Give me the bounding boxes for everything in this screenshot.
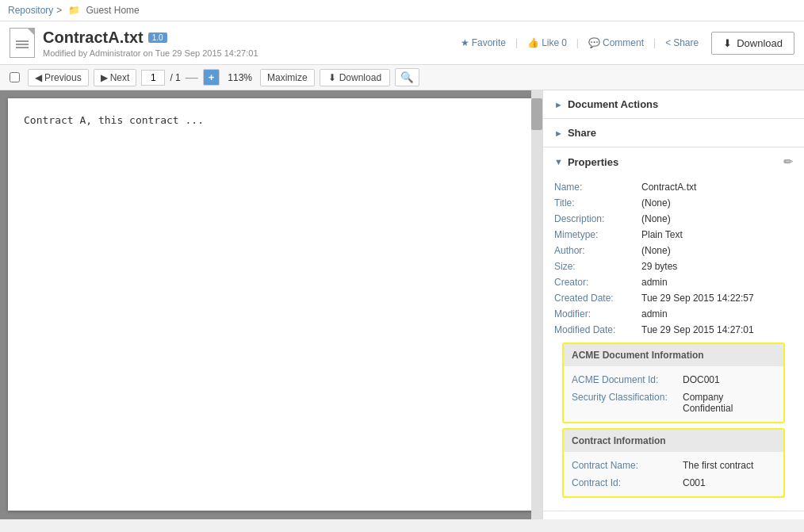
prop-size-label: Size: [554,261,641,272]
breadcrumb-folder-icon: 📁 [68,5,80,16]
share-section-label: Share [568,127,596,139]
properties-arrow: ▼ [554,157,563,166]
prop-modifier: Modifier: admin [554,306,793,322]
contract-section-body: Contract Name: The first contract Contra… [564,452,783,496]
comment-action[interactable]: 💬 Comment [588,37,644,48]
properties-section: ▼ Properties ✏ Name: ContractA.txt Title… [543,147,804,511]
prop-size-value: 29 bytes [641,261,677,272]
share-action[interactable]: < Share [665,37,699,48]
next-button[interactable]: ▶ Next [94,69,137,86]
doc-content: Contract A, this contract ... [24,114,519,126]
doc-title: ContractA.txt [43,29,144,47]
doc-actions-arrow: ► [554,100,563,109]
like-icon: 👍 [527,37,539,48]
toolbar-download-button[interactable]: ⬇ Download [320,69,390,86]
download-main-button[interactable]: ⬇ Download [711,32,794,55]
contract-id-value: C001 [683,477,706,488]
prop-author-label: Author: [554,245,641,256]
doc-actions: ★ Favorite | 👍 Like 0 | 💬 Comment | < Sh… [461,37,699,48]
acme-doc-id-row: ACME Document Id: DOC001 [572,371,775,388]
main-layout: Contract A, this contract ... ► Document… [0,90,804,519]
prop-title-label: Title: [554,197,641,209]
acme-doc-id-label: ACME Document Id: [572,374,683,385]
prop-name: Name: ContractA.txt [554,179,793,195]
contract-id-label: Contract Id: [572,477,683,488]
download-arrow-icon: ⬇ [723,37,732,49]
separator3: | [653,37,656,48]
scroll-bar[interactable] [531,90,542,519]
contract-name-label: Contract Name: [572,460,683,471]
breadcrumb-repository[interactable]: Repository [8,5,53,16]
like-count: 0 [561,37,567,48]
favorite-action[interactable]: ★ Favorite [461,37,506,48]
prop-size: Size: 29 bytes [554,258,793,274]
contract-name-value: The first contract [683,460,753,471]
breadcrumb-separator: > [56,5,62,16]
doc-version: 1.0 [148,33,167,43]
acme-doc-id-value: DOC001 [683,374,720,385]
acme-section: ACME Document Information ACME Document … [562,343,785,423]
share-arrow: ► [554,128,563,138]
separator1: | [515,37,518,48]
select-all-checkbox[interactable] [10,72,20,82]
doc-header: ContractA.txt 1.0 Modified by Administra… [0,21,804,65]
prop-mimetype: Mimetype: Plain Text [554,227,793,243]
prop-created-date-value: Tue 29 Sep 2015 14:22:57 [641,293,754,304]
share-section: ► Share [543,119,804,147]
zoom-out-button[interactable]: — [186,71,198,85]
contract-name-row: Contract Name: The first contract [572,457,775,474]
separator2: | [576,37,579,48]
prop-mimetype-label: Mimetype: [554,229,641,240]
acme-section-body: ACME Document Id: DOC001 Security Classi… [564,366,783,422]
acme-section-header: ACME Document Information [564,344,783,366]
prop-author: Author: (None) [554,243,793,258]
breadcrumb-current: Guest Home [86,5,139,16]
previous-button[interactable]: ◀ Previous [28,69,89,86]
favorite-label: Favorite [472,37,506,48]
next-label: Next [110,72,130,83]
page-input[interactable] [141,70,165,86]
prop-modified-date-label: Modified Date: [554,324,641,335]
share-label: Share [673,37,699,48]
previous-label: Previous [44,72,82,83]
prop-name-label: Name: [554,182,641,193]
prop-author-value: (None) [641,245,671,256]
document-icon [10,28,35,58]
prop-creator-label: Creator: [554,277,641,288]
doc-meta: Modified by Administrator on Tue 29 Sep … [43,48,258,58]
toolbar-download-label: Download [339,72,381,83]
comment-icon: 💬 [588,37,600,48]
properties-header[interactable]: ▼ Properties ✏ [543,147,804,176]
scroll-thumb[interactable] [531,98,542,130]
share-header[interactable]: ► Share [543,119,804,147]
prop-creator: Creator: admin [554,274,793,290]
doc-preview-inner: Contract A, this contract ... [8,98,534,511]
share-icon: < [665,37,671,48]
prop-creator-value: admin [641,277,668,288]
prop-modified-date: Modified Date: Tue 29 Sep 2015 14:27:01 [554,322,793,338]
page-total: / 1 [170,72,180,83]
doc-title-area: ContractA.txt 1.0 Modified by Administra… [43,29,258,58]
search-icon: 🔍 [400,71,414,83]
doc-preview: Contract A, this contract ... [0,90,542,519]
star-icon: ★ [461,37,469,48]
zoom-in-button[interactable]: + [203,69,220,86]
prop-mimetype-value: Plain Text [641,229,683,240]
document-actions-header[interactable]: ► Document Actions [543,90,804,118]
maximize-button[interactable]: Maximize [260,69,315,86]
acme-security-label: Security Classification: [572,392,683,414]
prop-modifier-value: admin [641,308,668,320]
contract-section: Contract Information Contract Name: The … [562,428,785,498]
acme-security-row: Security Classification: Company Confide… [572,388,775,417]
properties-label: Properties [568,156,618,168]
like-action[interactable]: 👍 Like 0 [527,37,567,48]
prop-title-value: (None) [641,197,671,209]
prop-modified-date-value: Tue 29 Sep 2015 14:27:01 [641,324,754,335]
properties-content: Name: ContractA.txt Title: (None) Descri… [543,176,804,511]
prop-description-value: (None) [641,213,671,224]
right-panel: ► Document Actions ► Share ▼ Properties … [542,90,804,519]
contract-id-row: Contract Id: C001 [572,474,775,492]
properties-edit-icon[interactable]: ✏ [783,155,793,168]
search-button[interactable]: 🔍 [395,68,419,86]
zoom-level: 113% [228,72,252,83]
